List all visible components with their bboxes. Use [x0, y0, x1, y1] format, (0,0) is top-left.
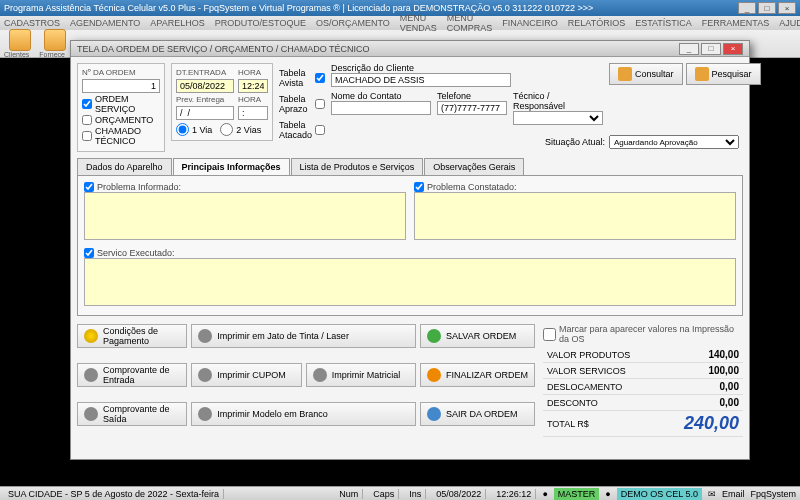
menu-agendamento[interactable]: AGENDAMENTO [70, 18, 140, 28]
total-value: 240,00 [661, 411, 743, 437]
desloc-label: DESLOCAMENTO [543, 379, 661, 395]
menu-estatistica[interactable]: ESTATÍSTICA [635, 18, 692, 28]
sair-ordem-button[interactable]: SAIR DA ORDEM [420, 402, 535, 426]
status-demo: DEMO OS CEL 5.0 [617, 488, 702, 500]
status-date: 05/08/2022 [432, 489, 486, 499]
valor-serv-value: 100,00 [661, 363, 743, 379]
prev-hora-input[interactable] [238, 106, 268, 120]
printer-icon [198, 407, 212, 421]
finalize-icon [427, 368, 441, 382]
modal-minimize[interactable]: _ [679, 43, 699, 55]
menu-ferramentas[interactable]: FERRAMENTAS [702, 18, 769, 28]
pesquisar-button[interactable]: Pesquisar [686, 63, 761, 85]
status-indicator-icon: ● [605, 489, 610, 499]
radio-1via[interactable] [176, 123, 189, 136]
modal-close[interactable]: × [723, 43, 743, 55]
menu-vendas[interactable]: MENU VENDAS [400, 13, 437, 33]
window-controls: _ □ × [738, 2, 796, 14]
chk-atacado[interactable] [315, 125, 325, 135]
status-time: 12:26:12 [492, 489, 536, 499]
email-icon[interactable]: ✉ [708, 489, 716, 499]
fornece-icon[interactable] [44, 29, 66, 51]
servico-executado-textarea[interactable] [84, 258, 736, 306]
chk-mark-impressao[interactable] [543, 328, 556, 341]
chk-avista[interactable] [315, 73, 325, 83]
status-master: MASTER [554, 488, 600, 500]
status-email[interactable]: Email [722, 489, 745, 499]
hora-input[interactable] [238, 79, 268, 93]
menu-ajuda[interactable]: AJUDA [779, 18, 800, 28]
menu-financeiro[interactable]: FINANCEIRO [502, 18, 558, 28]
exit-icon [427, 407, 441, 421]
modal-titlebar: TELA DA ORDEM DE SERVIÇO / ORÇAMENTO / C… [71, 41, 749, 57]
tab-dados-aparelho[interactable]: Dados do Aparelho [77, 158, 172, 175]
num-ordem-input[interactable] [82, 79, 160, 93]
modal-title-text: TELA DA ORDEM DE SERVIÇO / ORÇAMENTO / C… [77, 44, 370, 54]
comp-entrada-button[interactable]: Comprovante de Entrada [77, 363, 187, 387]
printer-icon [198, 368, 212, 382]
minimize-button[interactable]: _ [738, 2, 756, 14]
imprimir-matricial-button[interactable]: Imprimir Matricial [306, 363, 416, 387]
chk-orcamento[interactable] [82, 115, 92, 125]
tab-produtos-servicos[interactable]: Lista de Produtos e Serviços [291, 158, 424, 175]
printer-icon [198, 329, 212, 343]
check-icon [427, 329, 441, 343]
desloc-value: 0,00 [661, 379, 743, 395]
menu-produto[interactable]: PRODUTO/ESTOQUE [215, 18, 306, 28]
fornece-label: Fornece [39, 51, 65, 58]
desconto-value: 0,00 [661, 395, 743, 411]
menu-aparelhos[interactable]: APARELHOS [150, 18, 204, 28]
chk-ordem-servico[interactable] [82, 99, 92, 109]
clientes-label: Clientes [4, 51, 29, 58]
situacao-select[interactable]: Aguardando Aprovação [609, 135, 739, 149]
telefone-input[interactable] [437, 101, 507, 115]
totals-panel: Marcar para aparecer valores na Impressã… [543, 324, 743, 437]
radio-2vias[interactable] [220, 123, 233, 136]
comp-saida-button[interactable]: Comprovante de Saída [77, 402, 187, 426]
printer-icon [84, 368, 98, 382]
menu-compras[interactable]: MENU COMPRAS [447, 13, 493, 33]
imprimir-jato-button[interactable]: Imprimir em Jato de Tinta / Laser [191, 324, 416, 348]
chk-serv-exec[interactable] [84, 248, 94, 258]
num-ordem-label: Nº DA ORDEM [82, 68, 160, 77]
menu-cadastros[interactable]: CADASTROS [4, 18, 60, 28]
salvar-ordem-button[interactable]: SALVAR ORDEM [420, 324, 535, 348]
tab-principais-info[interactable]: Principais Informações [173, 158, 290, 175]
menu-os[interactable]: OS/ORÇAMENTO [316, 18, 390, 28]
imprimir-branco-button[interactable]: Imprimir Modelo em Branco [191, 402, 416, 426]
status-indicator-icon: ● [542, 489, 547, 499]
app-title: Programa Assistência Técnica Celular v5.… [4, 3, 593, 13]
valor-prod-label: VALOR PRODUTOS [543, 347, 661, 363]
tab-observacoes[interactable]: Observações Gerais [424, 158, 524, 175]
status-local: SUA CIDADE - SP 5 de Agosto de 2022 - Se… [4, 489, 224, 499]
coin-icon [84, 329, 98, 343]
status-caps: Caps [369, 489, 399, 499]
finalizar-ordem-button[interactable]: FINALIZAR ORDEM [420, 363, 535, 387]
tab-content: Problema Informado: Problema Constatado:… [77, 176, 743, 316]
menubar: CADASTROS AGENDAMENTO APARELHOS PRODUTO/… [0, 16, 800, 30]
maximize-button[interactable]: □ [758, 2, 776, 14]
chk-prob-inf[interactable] [84, 182, 94, 192]
chk-aprazo[interactable] [315, 99, 325, 109]
status-fpq[interactable]: FpqSystem [750, 489, 796, 499]
statusbar: SUA CIDADE - SP 5 de Agosto de 2022 - Se… [0, 486, 800, 500]
problema-constatado-textarea[interactable] [414, 192, 736, 240]
consultar-button[interactable]: Consultar [609, 63, 683, 85]
valor-prod-value: 140,00 [661, 347, 743, 363]
modal-maximize[interactable]: □ [701, 43, 721, 55]
dt-entrada-input[interactable] [176, 79, 234, 93]
cond-pagamento-button[interactable]: Condições de Pagamento [77, 324, 187, 348]
chk-chamado[interactable] [82, 131, 92, 141]
status-ins: Ins [405, 489, 426, 499]
prev-entrega-input[interactable] [176, 106, 234, 120]
contato-input[interactable] [331, 101, 431, 115]
close-button[interactable]: × [778, 2, 796, 14]
chk-prob-const[interactable] [414, 182, 424, 192]
cliente-desc-input[interactable] [331, 73, 511, 87]
imprimir-cupom-button[interactable]: Imprimir CUPOM [191, 363, 301, 387]
situacao-label: Situação Atual: [545, 137, 605, 147]
problema-informado-textarea[interactable] [84, 192, 406, 240]
clientes-icon[interactable] [9, 29, 31, 51]
menu-relatorios[interactable]: RELATÓRIOS [568, 18, 625, 28]
tecnico-select[interactable] [513, 111, 603, 125]
